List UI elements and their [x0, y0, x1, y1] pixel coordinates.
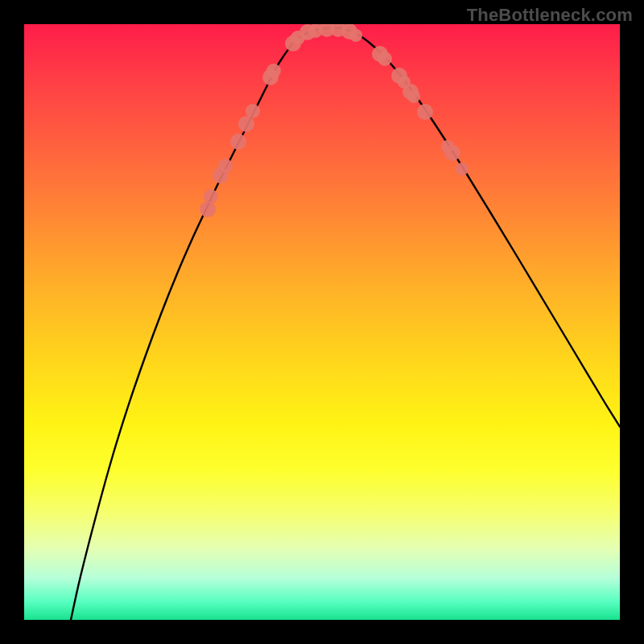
curve-marker	[204, 189, 218, 204]
curve-marker	[246, 104, 260, 118]
curve-marker	[441, 140, 454, 153]
watermark-text: TheBottleneck.com	[467, 5, 633, 26]
curve-marker	[417, 104, 433, 120]
bottleneck-curve	[71, 28, 620, 620]
bottleneck-curve-svg	[24, 24, 620, 620]
curve-marker	[218, 159, 233, 173]
curve-marker	[266, 64, 281, 78]
curve-marker	[349, 29, 362, 42]
curve-marker	[456, 163, 469, 175]
plot-area	[24, 24, 620, 620]
curve-marker	[407, 90, 420, 103]
chart-frame: TheBottleneck.com	[0, 0, 644, 644]
curve-marker	[200, 201, 216, 217]
curve-marker	[378, 52, 392, 66]
curve-marker	[238, 116, 254, 132]
curve-marker	[230, 134, 246, 150]
